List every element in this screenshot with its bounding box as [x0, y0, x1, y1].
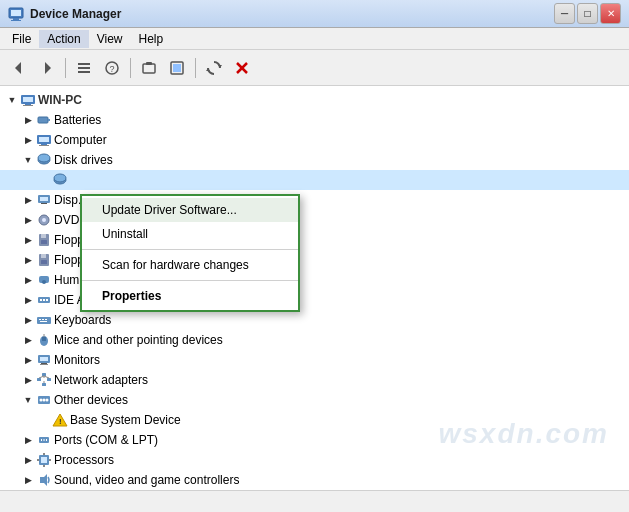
tree-item-diskitem[interactable]: ▶	[0, 170, 629, 190]
toolbar-btn-help[interactable]: ?	[99, 55, 125, 81]
icon-ports	[36, 432, 52, 448]
tree-item-basedev[interactable]: ▶ ! Base System Device	[0, 410, 629, 430]
ctx-update-driver[interactable]: Update Driver Software...	[82, 198, 298, 222]
svg-rect-28	[39, 145, 49, 146]
svg-rect-86	[49, 459, 51, 461]
tree-item-network[interactable]: ▶ Network adapters	[0, 370, 629, 390]
tree-item-keyboards[interactable]: ▶ Keyboards	[0, 310, 629, 330]
expand-floppy2[interactable]: ▶	[20, 252, 36, 268]
ctx-sep-2	[82, 280, 298, 281]
expand-human[interactable]: ▶	[20, 272, 36, 288]
tree-item-diskdrives[interactable]: ▼ Disk drives	[0, 150, 629, 170]
icon-floppy1	[36, 232, 52, 248]
tree-item-root[interactable]: ▼ WIN-PC	[0, 90, 629, 110]
toolbar-btn-scan[interactable]	[201, 55, 227, 81]
ctx-scan[interactable]: Scan for hardware changes	[82, 253, 298, 277]
svg-rect-65	[47, 378, 51, 381]
menu-help[interactable]: Help	[131, 30, 172, 48]
svg-rect-12	[146, 62, 152, 65]
expand-computer[interactable]: ▶	[20, 132, 36, 148]
toolbar-sep-2	[130, 58, 131, 78]
svg-rect-3	[11, 20, 21, 21]
svg-point-45	[42, 280, 46, 284]
tree-label-mice: Mice and other pointing devices	[54, 333, 223, 347]
svg-rect-63	[42, 373, 46, 376]
svg-rect-53	[45, 319, 47, 320]
expand-monitors[interactable]: ▶	[20, 352, 36, 368]
svg-point-30	[38, 154, 50, 162]
svg-rect-62	[40, 364, 48, 365]
menu-action[interactable]: Action	[39, 30, 88, 48]
expand-ide[interactable]: ▶	[20, 292, 36, 308]
ctx-uninstall[interactable]: Uninstall	[82, 222, 298, 246]
svg-marker-5	[45, 62, 51, 74]
tree-label-basedev: Base System Device	[70, 413, 181, 427]
toolbar-btn-update[interactable]	[164, 55, 190, 81]
menu-file[interactable]: File	[4, 30, 39, 48]
tree-item-computer[interactable]: ▶ Computer	[0, 130, 629, 150]
svg-rect-51	[39, 319, 41, 320]
toolbar: ?	[0, 50, 629, 86]
tree-item-ports[interactable]: ▶ Ports (COM & LPT)	[0, 430, 629, 450]
svg-point-32	[54, 174, 66, 182]
tree-label-network: Network adapters	[54, 373, 148, 387]
expand-keyboards[interactable]: ▶	[20, 312, 36, 328]
window-controls: ─ □ ✕	[554, 3, 621, 24]
svg-rect-64	[37, 378, 41, 381]
expand-dvd[interactable]: ▶	[20, 212, 36, 228]
svg-text:?: ?	[110, 64, 115, 74]
svg-rect-47	[40, 299, 42, 301]
icon-network	[36, 372, 52, 388]
expand-network[interactable]: ▶	[20, 372, 36, 388]
expand-batteries[interactable]: ▶	[20, 112, 36, 128]
maximize-button[interactable]: □	[577, 3, 598, 24]
expand-other[interactable]: ▼	[20, 392, 36, 408]
svg-rect-6	[78, 63, 90, 65]
toolbar-btn-properties[interactable]	[136, 55, 162, 81]
expand-disp[interactable]: ▶	[20, 192, 36, 208]
expand-diskdrives[interactable]: ▼	[20, 152, 36, 168]
svg-rect-61	[41, 363, 47, 364]
svg-rect-27	[41, 144, 47, 145]
icon-ide	[36, 292, 52, 308]
svg-rect-23	[38, 117, 48, 123]
svg-rect-22	[23, 105, 33, 106]
tree-item-sound[interactable]: ▶ Sound, video and game controllers	[0, 470, 629, 490]
tree-item-processors[interactable]: ▶ Processors	[0, 450, 629, 470]
svg-rect-34	[40, 197, 48, 201]
svg-rect-35	[41, 203, 47, 204]
svg-rect-42	[41, 254, 46, 258]
menu-view[interactable]: View	[89, 30, 131, 48]
tree-item-monitors[interactable]: ▶ Monitors	[0, 350, 629, 370]
toolbar-btn-list[interactable]	[71, 55, 97, 81]
svg-rect-2	[13, 18, 19, 20]
forward-button[interactable]	[34, 55, 60, 81]
tree-label-processors: Processors	[54, 453, 114, 467]
icon-diskdrives	[36, 152, 52, 168]
expand-root[interactable]: ▼	[4, 92, 20, 108]
expand-processors[interactable]: ▶	[20, 452, 36, 468]
ctx-properties[interactable]: Properties	[82, 284, 298, 308]
minimize-button[interactable]: ─	[554, 3, 575, 24]
close-button[interactable]: ✕	[600, 3, 621, 24]
expand-sound[interactable]: ▶	[20, 472, 36, 488]
context-menu: Update Driver Software... Uninstall Scan…	[80, 194, 300, 312]
tree-label-root: WIN-PC	[38, 93, 82, 107]
tree-item-mice[interactable]: ▶ Mice and other pointing devices	[0, 330, 629, 350]
tree-item-other[interactable]: ▼ Other devices	[0, 390, 629, 410]
svg-rect-79	[44, 439, 45, 441]
expand-floppy1[interactable]: ▶	[20, 232, 36, 248]
svg-rect-1	[11, 10, 21, 16]
icon-root	[20, 92, 36, 108]
svg-rect-52	[42, 319, 44, 320]
svg-rect-40	[41, 240, 47, 244]
toolbar-btn-uninstall[interactable]	[229, 55, 255, 81]
tree-item-batteries[interactable]: ▶ Batteries	[0, 110, 629, 130]
tree-label-computer: Computer	[54, 133, 107, 147]
svg-rect-21	[25, 104, 31, 105]
back-button[interactable]	[6, 55, 32, 81]
expand-mice[interactable]: ▶	[20, 332, 36, 348]
expand-ports[interactable]: ▶	[20, 432, 36, 448]
svg-rect-66	[42, 383, 46, 386]
icon-other	[36, 392, 52, 408]
